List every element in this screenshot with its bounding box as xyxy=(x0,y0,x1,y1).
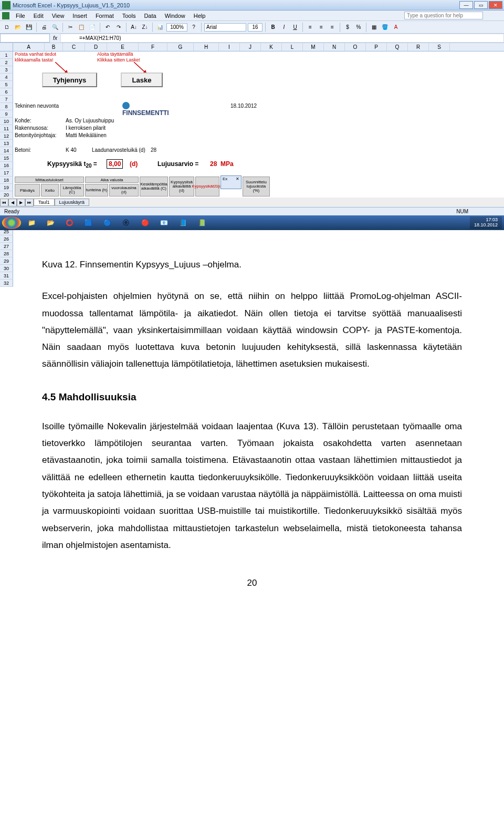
window-min-button[interactable]: — xyxy=(459,1,473,9)
window-close-button[interactable]: ✕ xyxy=(489,1,502,9)
col-J[interactable]: J xyxy=(240,43,261,51)
col-K[interactable]: K xyxy=(261,43,282,51)
bold-icon[interactable]: B xyxy=(268,23,278,32)
menu-insert[interactable]: Insert xyxy=(68,13,91,19)
row-19[interactable]: 19 xyxy=(0,184,13,191)
window-max-button[interactable]: ▭ xyxy=(474,1,488,9)
row-28[interactable]: 28 xyxy=(0,250,13,257)
row-18[interactable]: 18 xyxy=(0,177,13,184)
row-6[interactable]: 6 xyxy=(0,88,13,96)
row-30[interactable]: 30 xyxy=(0,265,13,272)
sort-desc-icon[interactable]: Z↓ xyxy=(140,23,150,32)
row-16[interactable]: 16 xyxy=(0,162,13,169)
menu-edit[interactable]: Edit xyxy=(29,13,48,19)
taskbar-chrome-icon[interactable]: 🔴 xyxy=(136,216,153,229)
undo-icon[interactable]: ↶ xyxy=(103,23,112,32)
laske-button[interactable]: Laske xyxy=(121,73,163,87)
row-2[interactable]: 2 xyxy=(0,59,13,66)
row-11[interactable]: 11 xyxy=(0,125,13,132)
col-S[interactable]: S xyxy=(429,43,450,51)
taskbar-ie-icon[interactable]: ⓔ xyxy=(118,216,134,229)
print-icon[interactable]: 🖨 xyxy=(39,23,49,32)
row-9[interactable]: 9 xyxy=(0,110,13,118)
col-A[interactable]: A xyxy=(13,43,45,51)
row-29[interactable]: 29 xyxy=(0,257,13,265)
row-14[interactable]: 14 xyxy=(0,147,13,154)
tab-lujuuskayra[interactable]: Lujuuskäyrä xyxy=(55,199,90,206)
col-H[interactable]: H xyxy=(194,43,219,51)
fontsize-field[interactable] xyxy=(248,23,262,32)
taskbar-hp-icon[interactable]: ⭕ xyxy=(61,216,78,229)
menu-window[interactable]: Window xyxy=(161,13,190,19)
floater-close-icon[interactable]: ✕ xyxy=(236,177,239,181)
align-right-icon[interactable]: ≡ xyxy=(328,23,337,32)
col-G[interactable]: G xyxy=(167,43,194,51)
row-8[interactable]: 8 xyxy=(0,103,13,110)
menu-help[interactable]: Help xyxy=(190,13,210,19)
col-D[interactable]: D xyxy=(85,43,107,51)
tab-last-icon[interactable]: ⏭ xyxy=(25,199,34,206)
taskbar-app1-icon[interactable]: 🟦 xyxy=(80,216,97,229)
col-B[interactable]: B xyxy=(45,43,63,51)
tab-next-icon[interactable]: ▶ xyxy=(17,199,25,206)
row-13[interactable]: 13 xyxy=(0,140,13,147)
save-icon[interactable]: 💾 xyxy=(24,23,34,32)
fill-color-icon[interactable]: 🪣 xyxy=(380,23,390,32)
zoom-field[interactable] xyxy=(166,23,187,32)
col-P[interactable]: P xyxy=(366,43,387,51)
underline-icon[interactable]: U xyxy=(290,23,300,32)
borders-icon[interactable]: ▦ xyxy=(369,23,379,32)
col-L[interactable]: L xyxy=(282,43,303,51)
redo-icon[interactable]: ↷ xyxy=(114,23,123,32)
cells-area[interactable]: Poista vanhat tiedot klikkaamalla tasta!… xyxy=(13,51,504,287)
taskbar-excel-icon[interactable]: 📗 xyxy=(193,216,210,229)
copy-icon[interactable]: 📋 xyxy=(77,23,86,32)
currency-icon[interactable]: $ xyxy=(343,23,352,32)
row-3[interactable]: 3 xyxy=(0,66,13,74)
system-tray[interactable]: 17:03 18.10.2012 xyxy=(470,216,502,229)
preview-icon[interactable]: 🔍 xyxy=(50,23,60,32)
formula-input[interactable]: =+MAX(H21:H70) xyxy=(60,34,504,43)
col-M[interactable]: M xyxy=(303,43,324,51)
chart-icon[interactable]: 📊 xyxy=(155,23,165,32)
row-1[interactable]: 1 xyxy=(0,51,13,59)
floating-toolbar[interactable]: Ex✕ xyxy=(220,175,242,189)
paste-icon[interactable]: 📄 xyxy=(88,23,97,32)
help-icon[interactable]: ? xyxy=(189,23,198,32)
tab-prev-icon[interactable]: ◀ xyxy=(8,199,17,206)
col-I[interactable]: I xyxy=(219,43,240,51)
row-12[interactable]: 12 xyxy=(0,132,13,140)
row-7[interactable]: 7 xyxy=(0,96,13,103)
taskbar-word-icon[interactable]: 📘 xyxy=(174,216,191,229)
tyhjennys-button[interactable]: Tyhjennys xyxy=(42,73,97,87)
tab-first-icon[interactable]: ⏮ xyxy=(0,199,8,206)
taskbar-outlook-icon[interactable]: 📧 xyxy=(155,216,172,229)
start-button-icon[interactable] xyxy=(2,216,21,229)
menu-data[interactable]: Data xyxy=(140,13,160,19)
menu-file[interactable]: File xyxy=(12,13,29,19)
row-5[interactable]: 5 xyxy=(0,81,13,88)
row-4[interactable]: 4 xyxy=(0,74,13,81)
percent-icon[interactable]: % xyxy=(354,23,363,32)
name-box[interactable] xyxy=(0,34,50,43)
col-E[interactable]: E xyxy=(107,43,139,51)
taskbar-app2-icon[interactable]: 🔵 xyxy=(99,216,116,229)
col-F[interactable]: F xyxy=(139,43,167,51)
sort-asc-icon[interactable]: A↓ xyxy=(129,23,139,32)
new-icon[interactable]: 🗋 xyxy=(2,23,12,32)
italic-icon[interactable]: I xyxy=(279,23,289,32)
col-N[interactable]: N xyxy=(324,43,345,51)
col-Q[interactable]: Q xyxy=(387,43,408,51)
row-15[interactable]: 15 xyxy=(0,154,13,162)
open-icon[interactable]: 📂 xyxy=(13,23,23,32)
row-31[interactable]: 31 xyxy=(0,272,13,279)
col-C[interactable]: C xyxy=(63,43,85,51)
align-center-icon[interactable]: ≡ xyxy=(317,23,326,32)
tab-taul1[interactable]: Taul1 xyxy=(34,199,55,206)
help-search-input[interactable] xyxy=(404,12,483,19)
menu-tools[interactable]: Tools xyxy=(118,13,140,19)
align-left-icon[interactable]: ≡ xyxy=(306,23,315,32)
row-32[interactable]: 32 xyxy=(0,279,13,287)
font-color-icon[interactable]: A xyxy=(391,23,401,32)
col-R[interactable]: R xyxy=(408,43,429,51)
